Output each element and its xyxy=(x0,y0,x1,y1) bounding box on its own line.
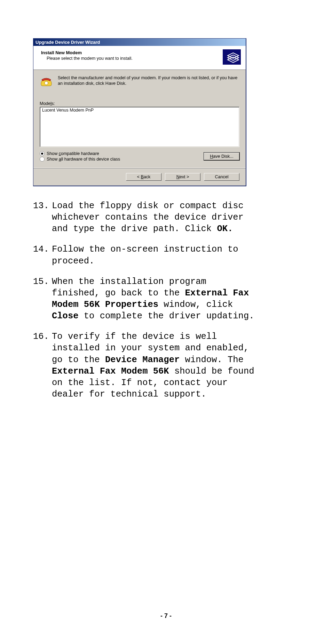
list-item[interactable]: Lucent Venus Modem PnP xyxy=(42,108,237,113)
document-page: Upgrade Device Driver Wizard Install New… xyxy=(0,0,332,644)
button-label: Cancel xyxy=(215,174,229,179)
wizard-body: Select the manufacturer and model of you… xyxy=(33,70,246,168)
models-listbox[interactable]: Lucent Venus Modem PnP xyxy=(40,107,239,147)
wizard-header-title: Install New Modem xyxy=(41,50,133,55)
instruction-number: 13. xyxy=(33,200,52,235)
instruction-text: To verify if the device is well installe… xyxy=(52,331,256,400)
instruction-list: 13.Load the floppy disk or compact disc … xyxy=(33,200,256,400)
button-label: Have Disk... xyxy=(210,154,233,159)
wizard-instruction-text: Select the manufacturer and model of you… xyxy=(58,75,239,87)
wizard-header-subtitle: Please select the modem you want to inst… xyxy=(41,55,133,61)
radio-label: Show all hardware of this device class xyxy=(47,157,120,162)
instruction-number: 14. xyxy=(33,244,52,267)
instruction-number: 16. xyxy=(33,331,52,400)
instruction-item: 16.To verify if the device is well insta… xyxy=(33,331,256,400)
instruction-text: Follow the on-screen instruction to proc… xyxy=(52,244,256,267)
wizard-header-text: Install New Modem Please select the mode… xyxy=(41,49,133,61)
button-label: < Back xyxy=(137,174,151,179)
wizard-window: Upgrade Device Driver Wizard Install New… xyxy=(33,38,246,186)
radio-all-hardware[interactable]: Show all hardware of this device class xyxy=(40,157,120,162)
models-label: Models: xyxy=(40,101,239,106)
instruction-item: 14.Follow the on-screen instruction to p… xyxy=(33,244,256,267)
cancel-button[interactable]: Cancel xyxy=(204,173,239,181)
radio-label: Show compatible hardware xyxy=(47,151,99,156)
wizard-header: Install New Modem Please select the mode… xyxy=(33,46,246,70)
hardware-radio-group: Show compatible hardware Show all hardwa… xyxy=(40,150,120,162)
wizard-body-instruction-row: Select the manufacturer and model of you… xyxy=(40,75,239,87)
radio-compatible-hardware[interactable]: Show compatible hardware xyxy=(40,151,120,156)
page-number: - 7 - xyxy=(0,612,332,620)
instruction-item: 13.Load the floppy disk or compact disc … xyxy=(33,200,256,235)
back-button[interactable]: < Back xyxy=(126,173,161,181)
instruction-text: Load the floppy disk or compact disc whi… xyxy=(52,200,256,235)
modem-rack-icon xyxy=(223,49,241,65)
window-title-text: Upgrade Device Driver Wizard xyxy=(35,40,100,45)
models-label-text: Models: xyxy=(40,101,55,106)
instruction-item: 15.When the installation program finishe… xyxy=(33,276,256,322)
instruction-text: When the installation program finished, … xyxy=(52,276,256,322)
radio-icon xyxy=(40,151,45,156)
instruction-number: 15. xyxy=(33,276,52,322)
radio-and-have-disk-row: Show compatible hardware Show all hardwa… xyxy=(40,150,239,162)
radio-icon xyxy=(40,157,45,162)
have-disk-button[interactable]: Have Disk... xyxy=(204,153,239,160)
window-titlebar: Upgrade Device Driver Wizard xyxy=(33,39,246,46)
button-label: Next > xyxy=(176,174,189,179)
svg-point-1 xyxy=(45,81,48,85)
wizard-footer: < Back Next > Cancel xyxy=(33,168,246,186)
phone-icon xyxy=(40,75,53,87)
next-button[interactable]: Next > xyxy=(165,173,200,181)
